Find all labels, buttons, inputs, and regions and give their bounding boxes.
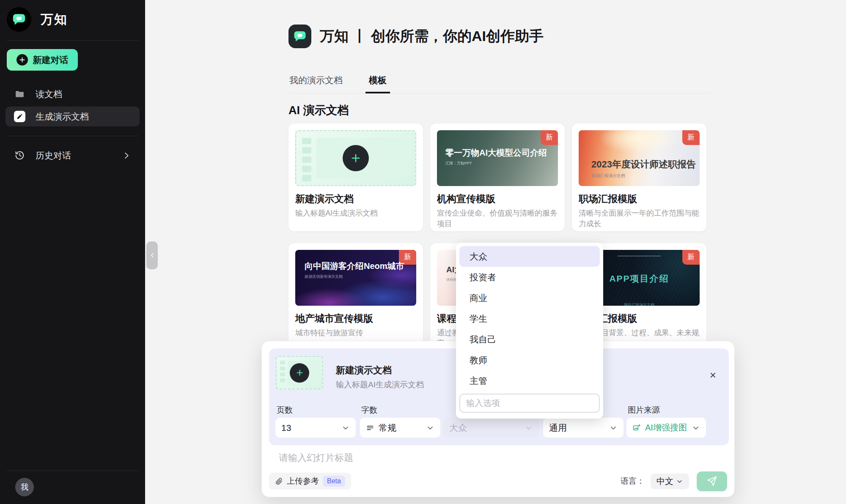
new-badge: 新 [682, 250, 700, 265]
thumb-title: 零一万物AI大模型公司介绍 [445, 147, 547, 159]
divider [7, 40, 138, 41]
card-title: 新建演示文档 [295, 192, 416, 205]
sidebar-item-read-doc[interactable]: 读文档 [5, 84, 140, 104]
composer-footer: 上传参考 Beta 语言： 中文 [269, 471, 727, 491]
thumb-subtitle: 汇报：万知PPT [445, 161, 547, 166]
dropdown-item-public[interactable]: 大众 [459, 246, 600, 267]
dropdown-item-myself[interactable]: 我自己 [459, 329, 600, 350]
thumb-decoration [302, 147, 311, 153]
plus-icon [343, 145, 369, 171]
chevron-left-icon [149, 252, 156, 259]
dropdown-custom-option-input[interactable] [459, 394, 600, 413]
app-logo-text: 万知 [41, 11, 68, 28]
thumb-subtitle: 旅游活动宣传演示文档 [305, 274, 404, 279]
thumb-decoration [302, 175, 311, 181]
folder-icon [14, 88, 25, 100]
thumb-decoration [302, 166, 311, 172]
tab-bar: 我的演示文档 模板 [288, 74, 710, 93]
sidebar: 万知 新建对话 读文档 生成演示文档 [0, 0, 145, 504]
card-template-city[interactable]: 新 向中国游客介绍Neom城市 旅游活动宣传演示文档 地产城市宣传模版 城市特征… [288, 243, 423, 351]
template-thumbnail: 新 零一万物AI大模型公司介绍 汇报：万知PPT [437, 130, 558, 186]
language-select[interactable]: 中文 [651, 474, 689, 489]
card-template-work-report[interactable]: 新 2023年度设计师述职报告 职场汇报演示文档 职场汇报模版 清晰与全面展示一… [572, 123, 706, 231]
send-icon [706, 476, 717, 487]
new-chat-label: 新建对话 [33, 54, 69, 66]
tab-templates[interactable]: 模板 [365, 74, 390, 93]
chevron-right-icon [122, 151, 131, 160]
image-source-label: 图片来源 [628, 405, 660, 416]
divider [7, 471, 138, 471]
sidebar-nav: 读文档 生成演示文档 [0, 82, 145, 129]
scene-select[interactable]: 通用 [543, 418, 624, 438]
thumb-subtitle: 职场汇报演示文档 [591, 173, 696, 179]
upload-reference-button[interactable]: 上传参考 Beta [269, 473, 351, 490]
composer-subtitle: 输入标题AI生成演示文档 [336, 379, 424, 390]
image-source-value: AI增强搜图 [645, 422, 687, 433]
upload-reference-label: 上传参考 [287, 476, 319, 487]
app-logo-icon [7, 7, 31, 32]
send-button[interactable] [697, 471, 727, 491]
image-source-select[interactable]: AI增强搜图 [626, 418, 706, 438]
card-desc: 宣传企业使命、价值观与清晰的服务项目 [437, 208, 558, 229]
sidebar-collapse-handle[interactable] [146, 241, 158, 269]
dropdown-item-investor[interactable]: 投资者 [459, 267, 600, 288]
sidebar-item-label: 生成演示文档 [36, 111, 89, 123]
avatar[interactable]: 我 [15, 478, 34, 496]
create-doc-thumbnail [276, 356, 323, 389]
new-chat-button[interactable]: 新建对话 [7, 49, 78, 71]
template-thumbnail: 新 向中国游客介绍Neom城市 旅游活动宣传演示文档 [295, 250, 416, 306]
thumb-title: 向中国游客介绍Neom城市 [305, 260, 404, 272]
close-icon[interactable]: × [710, 370, 716, 381]
beta-badge: Beta [323, 476, 345, 487]
card-title: 职场汇报模版 [579, 192, 700, 205]
page-header: 万知 丨 创你所需，你的AI创作助手 [288, 0, 710, 48]
section-title: AI 演示文档 [288, 103, 710, 118]
app-window: 万知 新建对话 读文档 生成演示文档 [0, 0, 846, 504]
sidebar-item-generate-doc[interactable]: 生成演示文档 [5, 107, 140, 126]
sidebar-item-label: 历史对话 [36, 150, 71, 162]
plus-icon [16, 54, 28, 66]
image-ai-icon [632, 424, 641, 432]
divider [7, 136, 138, 136]
language-value: 中文 [656, 476, 673, 487]
template-thumbnail: 新 2023年度设计师述职报告 职场汇报演示文档 [579, 130, 700, 186]
sidebar-item-history[interactable]: 历史对话 [5, 145, 140, 165]
edit-icon [14, 111, 25, 122]
thumb-title: 2023年度设计师述职报告 [591, 158, 696, 171]
sidebar-item-label: 读文档 [36, 88, 62, 100]
sidebar-spacer [0, 168, 145, 471]
app-logo-row: 万知 [0, 0, 145, 40]
word-count-value: 常规 [379, 422, 396, 434]
new-badge: 新 [541, 130, 558, 145]
word-count-select[interactable]: 常规 [360, 418, 440, 438]
language-label: 语言： [621, 476, 645, 487]
card-create-doc[interactable]: 新建演示文档 输入标题AI生成演示文档 [288, 123, 423, 231]
dropdown-item-business[interactable]: 商业 [459, 288, 600, 308]
avatar-label: 我 [21, 482, 28, 492]
card-desc: 城市特征与旅游宣传 [295, 328, 416, 338]
audience-value: 大众 [449, 422, 467, 434]
pages-label: 页数 [277, 405, 293, 416]
app-logo-icon [288, 25, 311, 48]
audience-select[interactable]: 大众 [443, 418, 539, 438]
pages-value: 13 [281, 423, 291, 433]
dropdown-item-student[interactable]: 学生 [459, 308, 600, 329]
chevron-down-icon [676, 478, 683, 485]
slide-title-input[interactable] [278, 452, 660, 464]
dropdown-item-manager[interactable]: 主管 [459, 370, 600, 391]
pages-select[interactable]: 13 [275, 418, 356, 438]
plus-icon [290, 363, 309, 383]
thumb-decoration [618, 256, 661, 256]
audience-dropdown: 大众 投资者 商业 学生 我自己 教师 主管 [456, 243, 603, 419]
dropdown-item-teacher[interactable]: 教师 [459, 350, 600, 370]
card-template-org[interactable]: 新 零一万物AI大模型公司介绍 汇报：万知PPT 机构宣传模版 宣传企业使命、价… [430, 123, 565, 231]
create-doc-thumbnail [295, 130, 416, 186]
card-title: 机构宣传模版 [437, 192, 558, 205]
tab-my-docs[interactable]: 我的演示文档 [288, 74, 343, 93]
card-title: 地产城市宣传模版 [295, 312, 416, 325]
card-desc: 输入标题AI生成演示文档 [295, 208, 416, 219]
card-desc: 清晰与全面展示一年的工作范围与能力成长 [579, 208, 700, 229]
words-label: 字数 [361, 405, 377, 416]
chevron-down-icon [692, 424, 700, 432]
page-title: 万知 丨 创你所需，你的AI创作助手 [320, 27, 544, 46]
